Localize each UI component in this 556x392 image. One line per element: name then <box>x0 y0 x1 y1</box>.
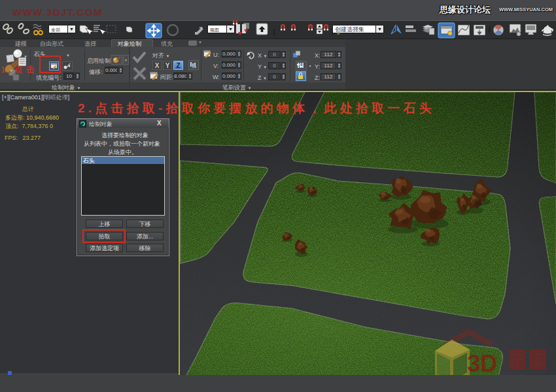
svg-text:3D: 3D <box>467 350 497 377</box>
